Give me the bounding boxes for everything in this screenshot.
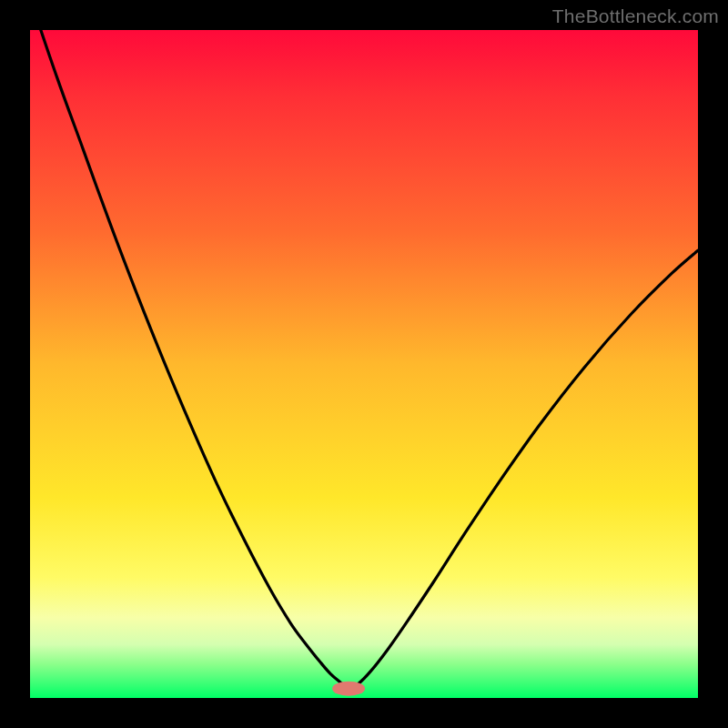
bottleneck-curve [30,30,698,690]
watermark-text: TheBottleneck.com [552,5,719,27]
minimum-marker [332,682,365,696]
plot-area [30,30,698,698]
curve-svg [30,30,698,698]
chart-frame: TheBottleneck.com [0,0,728,728]
